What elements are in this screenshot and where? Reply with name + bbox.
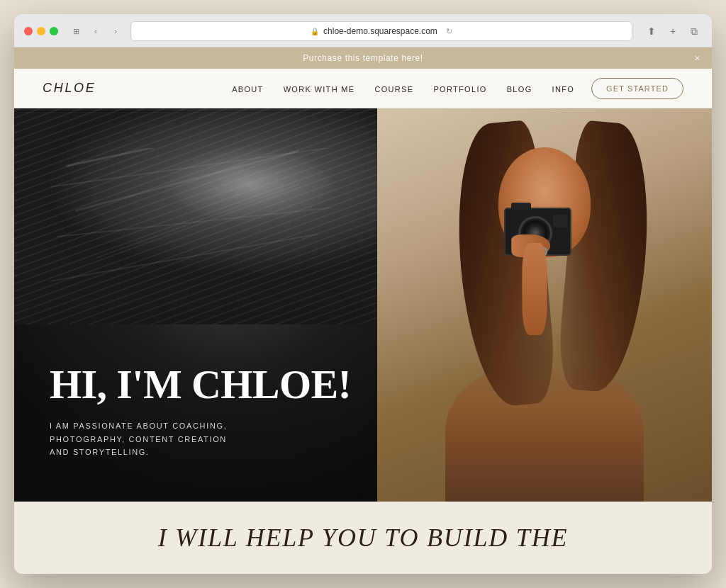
- lock-icon: 🔒: [311, 28, 319, 35]
- nav-item-info[interactable]: INFO: [552, 85, 575, 94]
- address-bar[interactable]: 🔒 chloe-demo.squarespace.com ↻: [130, 21, 632, 41]
- hero-subtext: I AM PASSIONATE ABOUT COACHING,PHOTOGRAP…: [50, 419, 291, 459]
- nav-item-blog[interactable]: BLOG: [507, 85, 532, 94]
- traffic-light-red[interactable]: [24, 27, 33, 35]
- browser-actions: ⬆ + ⧉: [644, 23, 702, 39]
- share-icon[interactable]: ⬆: [644, 23, 659, 39]
- traffic-lights: [24, 27, 58, 35]
- announcement-bar: Purchase this template here! ×: [14, 47, 712, 69]
- url-text: chloe-demo.squarespace.com: [323, 26, 437, 36]
- nav-item-portfolio[interactable]: PORTFOLIO: [433, 85, 486, 94]
- hero-section: HI, I'M CHLOE! I AM PASSIONATE ABOUT COA…: [14, 108, 712, 502]
- announcement-text: Purchase this template here!: [303, 53, 423, 63]
- navigation: CHLOE ABOUT WORK WITH ME COURSE PORTFOLI…: [14, 69, 712, 108]
- forward-button[interactable]: ›: [108, 23, 123, 39]
- hero-right-panel: [377, 108, 712, 502]
- nav-item-work-with-me[interactable]: WORK WITH ME: [284, 85, 355, 94]
- traffic-light-yellow[interactable]: [37, 27, 45, 35]
- browser-controls: ⊞ ‹ ›: [68, 23, 123, 39]
- announcement-close[interactable]: ×: [694, 52, 700, 64]
- traffic-light-green[interactable]: [50, 27, 58, 35]
- nav-links: ABOUT WORK WITH ME COURSE PORTFOLIO BLOG…: [232, 82, 574, 95]
- below-hero-text: I WILL HELP YOU TO BUILD THE: [43, 523, 683, 553]
- hero-left-panel: HI, I'M CHLOE! I AM PASSIONATE ABOUT COA…: [14, 108, 377, 502]
- reload-icon[interactable]: ↻: [446, 27, 452, 36]
- new-tab-icon[interactable]: +: [665, 23, 681, 39]
- hero-heading: HI, I'M CHLOE!: [50, 364, 356, 405]
- below-hero-section: I WILL HELP YOU TO BUILD THE: [14, 502, 712, 574]
- tabs-icon[interactable]: ⧉: [686, 23, 702, 39]
- nav-item-course[interactable]: COURSE: [374, 85, 413, 94]
- grid-icon[interactable]: ⊞: [68, 23, 84, 39]
- get-started-button[interactable]: GET STARTED: [591, 78, 683, 99]
- back-button[interactable]: ‹: [88, 23, 104, 39]
- website-content: Purchase this template here! × CHLOE ABO…: [14, 47, 712, 574]
- hero-text-block: HI, I'M CHLOE! I AM PASSIONATE ABOUT COA…: [50, 364, 356, 459]
- browser-window: ⊞ ‹ › 🔒 chloe-demo.squarespace.com ↻ ⬆ +…: [14, 14, 712, 574]
- browser-chrome: ⊞ ‹ › 🔒 chloe-demo.squarespace.com ↻ ⬆ +…: [14, 14, 712, 47]
- site-logo[interactable]: CHLOE: [43, 81, 96, 96]
- nav-item-about[interactable]: ABOUT: [232, 85, 264, 94]
